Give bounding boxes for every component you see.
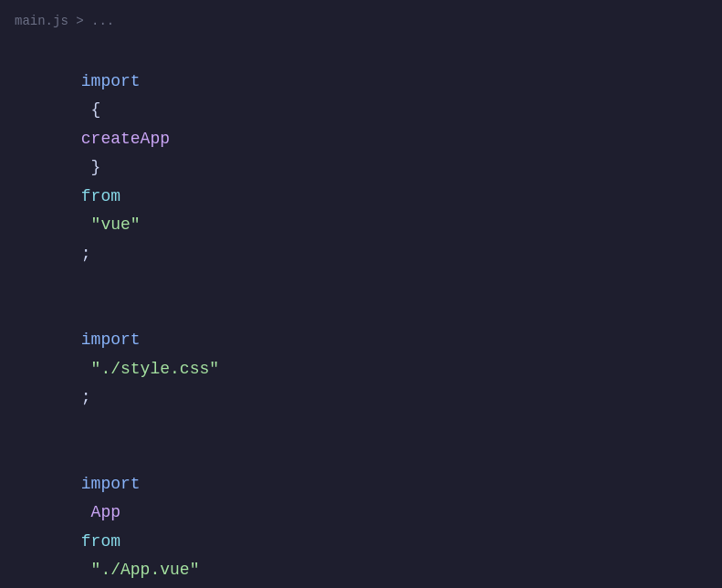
code-block: import { createApp } from "vue" ; import… bbox=[0, 38, 722, 588]
code-line: import "./style.css" ; bbox=[18, 298, 704, 442]
keyword: import bbox=[81, 475, 141, 493]
keyword: import bbox=[81, 72, 141, 90]
code-line: import { createApp } from "vue" ; bbox=[18, 38, 704, 298]
keyword: import bbox=[81, 331, 141, 349]
code-container: main.js > ... import { createApp } from … bbox=[0, 0, 722, 588]
code-line: import App from "./App.vue" ; bbox=[18, 441, 704, 588]
breadcrumb: main.js > ... bbox=[0, 7, 722, 38]
